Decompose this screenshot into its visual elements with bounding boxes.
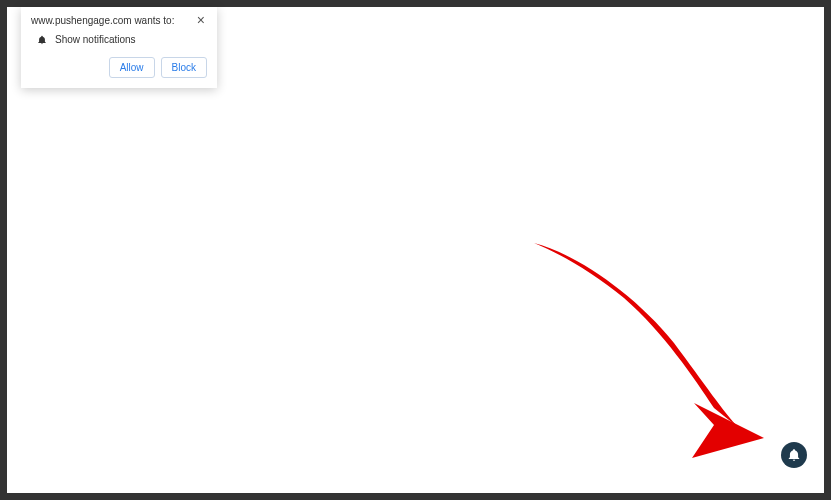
dialog-body-text: Show notifications bbox=[55, 34, 136, 45]
dialog-body: Show notifications bbox=[37, 34, 207, 45]
bell-icon bbox=[787, 448, 801, 462]
close-icon[interactable]: × bbox=[195, 15, 207, 25]
allow-button[interactable]: Allow bbox=[109, 57, 155, 78]
bell-icon bbox=[37, 35, 47, 45]
page-viewport: www.pushengage.com wants to: × Show noti… bbox=[7, 7, 824, 493]
dialog-header: www.pushengage.com wants to: × bbox=[31, 15, 207, 26]
notification-permission-dialog: www.pushengage.com wants to: × Show noti… bbox=[21, 7, 217, 88]
notification-bell-button[interactable] bbox=[781, 442, 807, 468]
block-button[interactable]: Block bbox=[161, 57, 207, 78]
dialog-actions: Allow Block bbox=[31, 57, 207, 78]
dialog-title: www.pushengage.com wants to: bbox=[31, 15, 174, 26]
arrow-annotation-icon bbox=[514, 233, 774, 463]
